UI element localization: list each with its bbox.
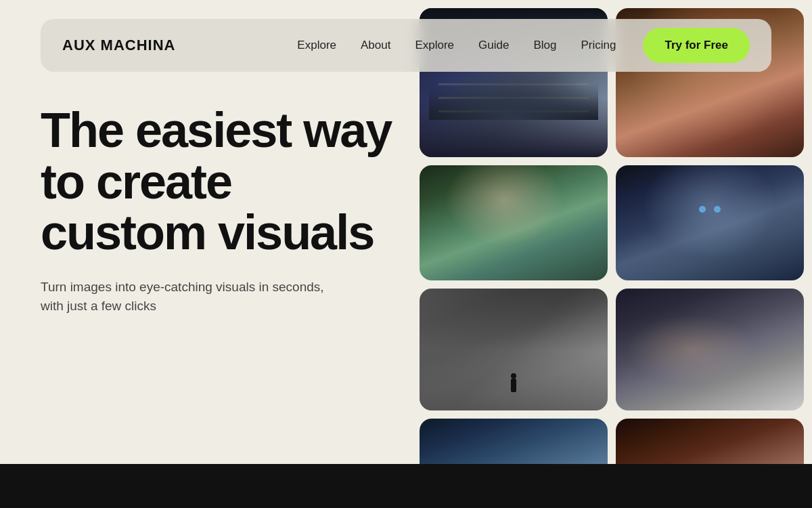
nav-blog[interactable]: Blog (533, 39, 556, 52)
try-for-free-button[interactable]: Try for Free (643, 28, 750, 63)
eye-left (699, 206, 706, 213)
image-architecture (420, 289, 608, 410)
nav-guide[interactable]: Guide (478, 39, 509, 52)
image-face2 (616, 165, 804, 280)
nav-explore1[interactable]: Explore (297, 39, 336, 52)
bottom-bar (0, 464, 812, 508)
hero-subtext: Turn images into eye-catching visuals in… (41, 278, 325, 316)
brand-logo: AUX MACHINA (62, 37, 175, 54)
nav-links: Explore About Explore Guide Blog Pricing (297, 39, 616, 52)
hero-section: The easiest way to create custom visuals… (41, 105, 399, 316)
eye-right (714, 206, 721, 213)
image-man1 (420, 165, 608, 280)
navbar: AUX MACHINA Explore About Explore Guide … (41, 19, 771, 72)
nav-explore2[interactable]: Explore (415, 39, 454, 52)
eye-detail (696, 206, 723, 214)
hero-headline: The easiest way to create custom visuals (41, 105, 399, 259)
bridge-detail (438, 68, 589, 112)
nav-pricing[interactable]: Pricing (581, 39, 616, 52)
image-crowd (616, 289, 804, 410)
silhouette-detail (511, 379, 516, 392)
nav-about[interactable]: About (361, 39, 390, 52)
